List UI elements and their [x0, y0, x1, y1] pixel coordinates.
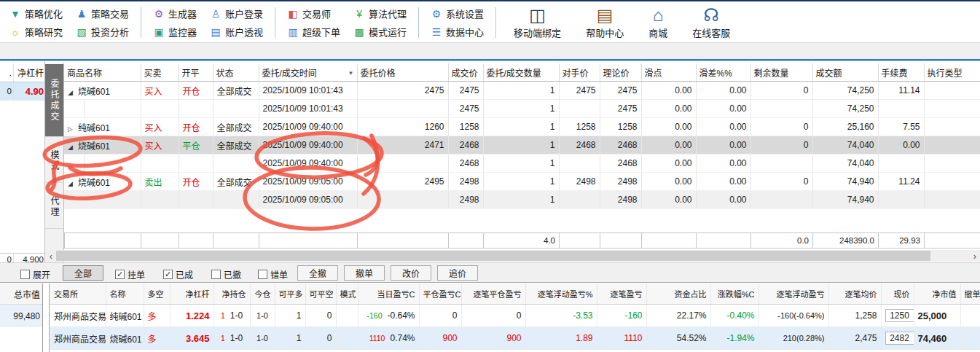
commodity-name: 烧碱601 [78, 87, 110, 97]
positions-col-header[interactable]: 净杠杆 [170, 283, 213, 305]
pending-checkbox[interactable]: ✓ [115, 270, 125, 279]
cancel-order-button[interactable]: 撤单 [344, 265, 385, 281]
chase-price-button[interactable]: 追价 [437, 265, 478, 281]
orders-col-header[interactable]: 对手价 [559, 63, 600, 82]
error-checkbox[interactable] [258, 270, 267, 279]
positions-col-header[interactable]: 净持仓 [213, 283, 250, 305]
orders-col-header[interactable]: 滑点 [641, 63, 696, 82]
positions-col-header[interactable]: 多空 [144, 283, 170, 305]
pane-splitter[interactable] [42, 283, 50, 352]
positions-col-header[interactable]: 逐笔盈亏 [597, 283, 646, 305]
scroll-left-icon[interactable]: ‹ [46, 250, 56, 262]
expand-checkbox[interactable] [20, 270, 30, 279]
orders-col-header[interactable]: 手续费 [878, 63, 924, 82]
tab-orders-fills[interactable]: 委托成交 [45, 64, 63, 137]
positions-col-header[interactable]: 逐笔平仓盈亏 [461, 283, 525, 305]
orders-col-header[interactable]: 买卖 [141, 63, 179, 82]
commodity-name: 烧碱601 [78, 141, 110, 152]
toolbar-item-mode-run[interactable]: ▩模式运行 [347, 24, 413, 39]
orders-col-header[interactable]: 商品名称 [64, 63, 141, 82]
positions-col-header[interactable]: 涨跌幅%C [710, 283, 758, 305]
collapse-icon[interactable]: ◢ [68, 144, 78, 151]
toolbar-item-strategy-research[interactable]: ☼策略研究 [3, 24, 69, 39]
filter-checkbox-filled[interactable]: ✓已成 [163, 268, 193, 281]
positions-col-header[interactable]: 现价 [881, 283, 914, 305]
orders-col-header[interactable]: 滑差%% [696, 63, 750, 82]
filter-checkbox-error[interactable]: 错单 [258, 268, 288, 281]
expand-icon[interactable]: ▷ [68, 125, 78, 133]
toolbar-item-algo-agent[interactable]: ¥算法代理 [347, 6, 413, 21]
scrollbar-thumb[interactable] [56, 251, 930, 261]
positions-col-header[interactable]: 平仓盈亏C [419, 283, 461, 305]
table-row[interactable]: ◢烧碱601买入平仓全部成交2025/10/09 09:40:002471246… [64, 136, 980, 155]
positions-col-header[interactable]: 交易所 [50, 283, 106, 305]
table-row[interactable]: ◢烧碱601买入开仓全部成交2025/10/09 10:01:432475247… [64, 82, 980, 100]
all-button[interactable]: 全部 [63, 265, 103, 281]
cell: 2025/10/09 09:40:00 [259, 136, 357, 155]
sort-descending-icon[interactable]: ▼ [348, 70, 354, 77]
toolbar-item-help-center[interactable]: ▤帮助中心 [573, 6, 636, 39]
toolbar-item-online-service[interactable]: ☊在线客服 [680, 6, 742, 39]
toolbar-item-strategy-trade[interactable]: ♟策略交易 [69, 6, 136, 21]
positions-col-header[interactable]: 可平空 [305, 283, 336, 305]
positions-col-header[interactable]: 可平多 [275, 283, 305, 305]
positions-col-header[interactable]: 逐笔浮动盈亏% [525, 283, 597, 305]
orders-col-header[interactable]: 状态 [213, 63, 259, 82]
positions-col-header[interactable]: 名称 [106, 283, 144, 305]
orders-col-header[interactable]: 剩余数量 [750, 63, 812, 82]
positions-col-header[interactable]: 今仓 [250, 283, 275, 305]
toolbar-item-generator[interactable]: ⚙生成器 [146, 6, 203, 21]
positions-col-header[interactable]: 撤单次数 [960, 283, 980, 305]
toolbar-item-account-login[interactable]: ♙账户登录 [203, 6, 270, 21]
filter-checkbox-pending[interactable]: ✓挂单 [115, 268, 145, 281]
orders-col-header[interactable]: 开平 [179, 63, 213, 82]
toolbar-item-data-center[interactable]: ☰数据中心 [424, 24, 490, 39]
orders-col-header[interactable]: 委托价格 [357, 63, 448, 82]
collapse-icon[interactable]: ◢ [68, 180, 78, 187]
cell-sub-value: 1 [221, 334, 225, 343]
positions-col-header[interactable]: 资金占比 [646, 283, 710, 305]
orders-col-header[interactable]: 委托/成交数量 [483, 63, 559, 82]
orders-col-header[interactable]: 理论价 [600, 63, 641, 82]
toolbar-item-investment-analysis[interactable]: ▧投资分析 [69, 24, 136, 39]
table-row[interactable]: 2025/10/09 10:01:432475124750.000.0074,2… [64, 100, 980, 118]
cancelled-checkbox[interactable] [211, 270, 221, 279]
toolbar-item-mall[interactable]: ⌂商城 [636, 6, 680, 39]
cancel-all-button[interactable]: 全撤 [297, 265, 338, 281]
positions-col-header[interactable]: 当日盈亏C [358, 283, 419, 305]
collapse-icon[interactable]: ◢ [68, 89, 78, 96]
orders-col-header[interactable]: 委托/成交时间▼ [259, 63, 357, 82]
orders-col-header[interactable]: 成交价 [448, 63, 483, 82]
toolbar-item-monitor[interactable]: ▣监控器 [146, 24, 203, 39]
table-row[interactable]: 2025/10/09 09:40:002468124680.000.0074,0… [64, 155, 980, 173]
tab-mode[interactable]: 模式 [45, 139, 63, 183]
toolbar-item-super-order[interactable]: ▥超级下单 [281, 24, 347, 39]
toolbar-item-system-settings[interactable]: ⚙系统设置 [424, 6, 490, 21]
positions-col-header[interactable]: 净市值 [914, 283, 960, 305]
cell: 全部成交 [213, 173, 259, 191]
table-row[interactable]: 郑州商品交易所纯碱601多1.22411-01-010-160-0.64%00-… [50, 305, 980, 327]
left-pane-value-row[interactable]: 0 4.90 [0, 82, 45, 101]
table-row[interactable]: 2025/10/09 09:05:002498124980.000.0074,9… [64, 191, 980, 209]
horizontal-scrollbar[interactable]: ‹ › [46, 250, 980, 262]
toolbar-item-trader[interactable]: ◧交易师 [281, 6, 347, 21]
table-row[interactable]: ▷纯碱601买入开仓全部成交2025/10/09 09:40:001260125… [64, 118, 980, 136]
table-row[interactable]: ◢烧碱601卖出开仓全部成交2025/10/09 09:05:002495249… [64, 173, 980, 191]
toolbar-item-mobile-binding[interactable]: ◫移动端绑定 [501, 6, 573, 39]
positions-col-header[interactable]: 逐笔均价 [828, 283, 881, 305]
orders-col-header[interactable]: 执行类型 [924, 63, 980, 82]
tab-agent[interactable]: 代理 [45, 185, 63, 229]
positions-col-header[interactable]: 逐笔浮动盈亏 [758, 283, 828, 305]
table-row[interactable]: 郑州商品交易所烧碱601多3.64511-01-01011100.74%9009… [50, 327, 980, 350]
cell: 74,250 [812, 82, 878, 100]
toolbar-item-strategy-optimize[interactable]: ▼策略优化 [3, 6, 69, 21]
filter-checkbox-cancelled[interactable]: 已撤 [211, 268, 241, 281]
filled-checkbox[interactable]: ✓ [163, 270, 173, 279]
orders-col-header[interactable]: 成交额 [812, 63, 878, 82]
toolbar-item-account-perspective[interactable]: ▤账户透视 [203, 24, 270, 39]
scroll-right-icon[interactable]: › [970, 250, 980, 262]
filter-checkbox-expand[interactable]: 展开 [20, 268, 50, 281]
positions-col-header[interactable]: 模式 [336, 283, 358, 305]
modify-price-button[interactable]: 改价 [391, 265, 431, 281]
cell [179, 100, 213, 118]
